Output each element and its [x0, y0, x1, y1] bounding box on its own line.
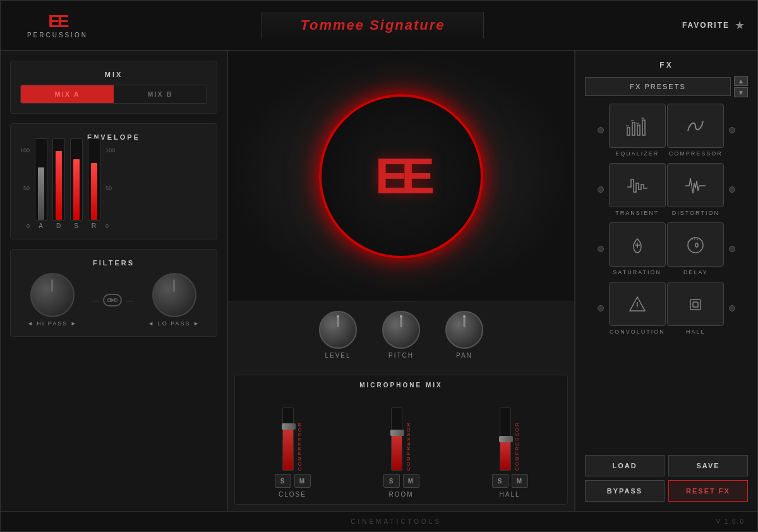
bypass-button[interactable]: BYPASS: [585, 480, 665, 502]
left-panel: MIX MIX A MIX B ENVELOPE 100 50 0: [1, 51, 228, 511]
envelope-slider-s[interactable]: S: [70, 138, 83, 229]
footer-brand: CINEMATICTOOLS: [351, 518, 442, 525]
distortion-button[interactable]: [667, 163, 724, 207]
main-content: MIX MIX A MIX B ENVELOPE 100 50 0: [1, 51, 757, 511]
scale-top-right: 100: [105, 147, 115, 154]
equalizer-button[interactable]: [609, 104, 666, 148]
fx-presets-down[interactable]: ▼: [734, 87, 748, 97]
compressor-label-close: COMPRESSOR: [297, 408, 303, 471]
envelope-slider-a[interactable]: A: [35, 138, 47, 229]
mute-btn-hall[interactable]: M: [512, 474, 528, 488]
envelope-slider-d[interactable]: D: [52, 138, 65, 229]
pan-knob-group: PAN: [445, 311, 483, 359]
convolution-label: CONVOLUTION: [610, 329, 665, 335]
mic-channels: COMPRESSOR S M CLOSE: [241, 395, 561, 498]
logo-icon: EE: [48, 13, 66, 30]
hi-pass-label: ◄ HI PASS ►: [27, 320, 78, 327]
mic-fader-room[interactable]: [391, 408, 402, 471]
distortion-group: DISTORTION: [667, 163, 724, 216]
delay-button[interactable]: [667, 222, 724, 267]
filters-title: FILTERS: [20, 259, 207, 267]
sat-led[interactable]: [598, 246, 604, 252]
fx-presets-arrows: ▲ ▼: [734, 76, 748, 97]
fx-presets-button[interactable]: FX PRESETS: [585, 77, 731, 96]
chain-link-icon[interactable]: [103, 294, 122, 306]
fx-presets-up[interactable]: ▲: [734, 76, 748, 86]
svg-rect-0: [627, 128, 630, 135]
mic-channel-hall: COMPRESSOR S M HALL: [492, 395, 528, 498]
pan-knob[interactable]: [445, 311, 483, 349]
comp-led[interactable]: [729, 127, 735, 133]
dash-right: —: [125, 295, 134, 305]
hi-pass-knob[interactable]: [30, 273, 75, 317]
convolution-group: CONVOLUTION: [609, 282, 666, 335]
mix-tab-a[interactable]: MIX A: [21, 85, 114, 103]
saturation-label: SATURATION: [613, 269, 661, 275]
fx-row-2: TRANSIENT DISTORTION: [598, 163, 735, 216]
envelope-sliders: A D: [35, 147, 100, 229]
center-logo-text: EE: [375, 147, 428, 205]
favorite-label: FAVORITE: [682, 21, 730, 30]
knobs-row: ◄ HI PASS ► — — ◄ LO PASS ►: [20, 273, 207, 327]
level-knob[interactable]: [319, 311, 357, 349]
preset-title[interactable]: Tommee Signature: [262, 12, 483, 39]
mix-title: MIX: [20, 71, 207, 78]
mute-btn-room[interactable]: M: [403, 474, 419, 488]
fx-actions: LOAD SAVE BYPASS RESET FX: [585, 455, 748, 502]
pan-label: PAN: [456, 352, 472, 359]
mix-tabs: MIX A MIX B: [20, 85, 207, 104]
fx-title: FX: [585, 61, 748, 70]
right-panel: FX FX PRESETS ▲ ▼: [574, 51, 757, 511]
filters-section: FILTERS ◄ HI PASS ► — —: [10, 249, 217, 337]
dist-led[interactable]: [729, 186, 735, 193]
mic-fader-area-room: COMPRESSOR: [391, 395, 411, 471]
hall-label: HALL: [686, 329, 706, 335]
mic-fader-close[interactable]: [282, 408, 294, 471]
scale-bot-right: 0: [105, 223, 109, 229]
solo-btn-room[interactable]: S: [383, 474, 400, 488]
mic-name-close: CLOSE: [279, 491, 306, 498]
level-knob-group: LEVEL: [319, 311, 357, 359]
svg-rect-2: [637, 125, 640, 135]
save-button[interactable]: SAVE: [668, 455, 748, 476]
fx-grid: EQUALIZER COMPRESSOR: [585, 104, 748, 335]
hall-button[interactable]: [667, 282, 724, 326]
eq-led[interactable]: [598, 127, 604, 133]
delay-led[interactable]: [729, 246, 735, 252]
mic-buttons-hall: S M: [492, 474, 528, 488]
mix-tab-b[interactable]: MIX B: [114, 85, 207, 103]
trans-led[interactable]: [598, 186, 604, 193]
logo-display: EE: [228, 51, 574, 301]
scale-mid-left: 50: [23, 185, 30, 191]
saturation-button[interactable]: [609, 222, 666, 267]
center-panel: EE LEVEL PITCH PAN MIC: [228, 51, 574, 511]
reset-fx-button[interactable]: RESET FX: [668, 480, 748, 502]
footer: CINEMATICTOOLS V 1.0.0: [1, 511, 757, 531]
fx-action-row-2: BYPASS RESET FX: [585, 480, 748, 502]
favorite-star[interactable]: ★: [735, 18, 745, 32]
pitch-knob-group: PITCH: [382, 311, 420, 359]
pitch-label: PITCH: [388, 352, 414, 359]
pitch-knob[interactable]: [382, 311, 420, 349]
lo-pass-group: ◄ LO PASS ►: [148, 273, 200, 327]
load-button[interactable]: LOAD: [585, 455, 665, 476]
mic-fader-area-hall: COMPRESSOR: [500, 395, 520, 471]
center-logo-circle: EE: [319, 94, 483, 258]
eq-group: EQUALIZER: [609, 104, 666, 157]
mute-btn-close[interactable]: M: [294, 474, 311, 488]
knob-connector: — —: [91, 294, 134, 306]
transient-button[interactable]: [609, 163, 666, 207]
lo-pass-knob[interactable]: [152, 273, 196, 317]
compressor-button[interactable]: [667, 104, 724, 148]
mic-buttons-room: S M: [383, 474, 419, 488]
svg-rect-3: [642, 120, 645, 135]
conv-led[interactable]: [598, 305, 604, 311]
solo-btn-close[interactable]: S: [275, 474, 291, 488]
fx-action-row-1: LOAD SAVE: [585, 455, 748, 476]
envelope-slider-r[interactable]: R: [88, 138, 100, 229]
mic-fader-hall[interactable]: [500, 408, 511, 471]
solo-btn-hall[interactable]: S: [492, 474, 508, 488]
convolution-button[interactable]: [609, 282, 666, 326]
hall-led[interactable]: [729, 305, 735, 311]
mic-section-title: MICROPHONE MIX: [241, 382, 561, 389]
